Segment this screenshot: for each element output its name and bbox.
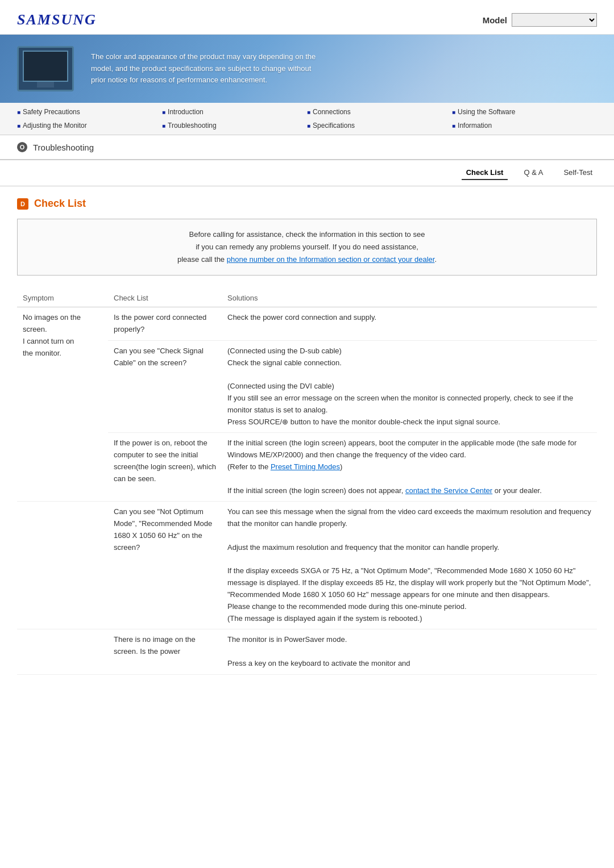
breadcrumb-bar: O Troubleshooting: [0, 135, 614, 160]
nav-using-software[interactable]: ■ Using the Software: [452, 106, 597, 118]
table-row: Can you see "Not Optimum Mode", "Recomme…: [17, 502, 597, 629]
nav-safety-precautions[interactable]: ■ Safety Precautions: [17, 106, 162, 118]
samsung-logo: SAMSUNG: [17, 11, 97, 28]
nav-bullet: ■: [162, 123, 165, 129]
checklist-table: Symptom Check List Solutions No images o…: [17, 289, 597, 675]
main-content: D Check List Before calling for assistan…: [0, 186, 614, 686]
solution-powersaver: The monitor is in PowerSaver mode. Press…: [222, 629, 597, 674]
tab-checklist[interactable]: Check List: [462, 166, 508, 180]
banner-text: The color and appearance of the product …: [91, 51, 318, 86]
nav-bullet: ■: [162, 109, 165, 115]
monitor-stand: [37, 82, 54, 87]
service-center-link[interactable]: contact the Service Center: [405, 486, 492, 495]
page-header: SAMSUNG Model: [0, 0, 614, 35]
nav-bullet: ■: [17, 123, 20, 129]
section-icon: D: [17, 198, 28, 210]
symptom-empty2: [17, 629, 108, 674]
nav-specifications[interactable]: ■ Specifications: [307, 120, 452, 131]
nav-bullet: ■: [452, 123, 455, 129]
nav-bullet: ■: [307, 109, 310, 115]
tab-selftest[interactable]: Self-Test: [559, 166, 597, 180]
nav-bullet: ■: [452, 109, 455, 115]
checklist-reboot: If the power is on, reboot the computer …: [108, 433, 222, 502]
model-select[interactable]: [512, 13, 597, 27]
banner: The color and appearance of the product …: [0, 35, 614, 103]
info-box: Before calling for assistance, check the…: [17, 219, 597, 276]
infobox-text1: Before calling for assistance, check the…: [189, 230, 425, 239]
breadcrumb-label: Troubleshooting: [33, 143, 94, 152]
solution-not-optimum: You can see this message when the signal…: [222, 502, 597, 629]
section-title: D Check List: [17, 198, 597, 210]
table-row: There is no image on the screen. Is the …: [17, 629, 597, 674]
nav-troubleshooting[interactable]: ■ Troubleshooting: [162, 120, 307, 131]
infobox-text2: if you can remedy any problems yourself.…: [196, 243, 418, 251]
section-title-text: Check List: [34, 198, 86, 210]
col-header-symptom: Symptom: [17, 289, 108, 307]
table-row: No images on the screen.I cannot turn on…: [17, 307, 597, 341]
nav-introduction[interactable]: ■ Introduction: [162, 106, 307, 118]
nav-adjusting-monitor[interactable]: ■ Adjusting the Monitor: [17, 120, 162, 131]
infobox-link1[interactable]: phone number on the Information section …: [227, 255, 435, 264]
solution-power-cord: Check the power cord connection and supp…: [222, 307, 597, 341]
monitor-screen: [23, 51, 68, 82]
monitor-image: [17, 46, 74, 91]
solution-reboot: If the initial screen (the login screen)…: [222, 433, 597, 502]
tab-bar: Check List Q & A Self-Test: [0, 160, 614, 186]
model-label: Model: [483, 15, 507, 25]
symptom-empty1: [17, 502, 108, 629]
navigation: ■ Safety Precautions ■ Introduction ■ Co…: [0, 103, 614, 135]
checklist-no-image-power: There is no image on the screen. Is the …: [108, 629, 222, 674]
tab-qanda[interactable]: Q & A: [519, 166, 547, 180]
nav-connections[interactable]: ■ Connections: [307, 106, 452, 118]
checklist-not-optimum: Can you see "Not Optimum Mode", "Recomme…: [108, 502, 222, 629]
nav-bullet: ■: [307, 123, 310, 129]
preset-timing-link[interactable]: Preset Timing Modes: [271, 462, 340, 471]
breadcrumb-icon: O: [17, 142, 27, 152]
infobox-text3: please call the: [177, 255, 227, 264]
col-header-checklist: Check List: [108, 289, 222, 307]
symptom-no-image: No images on the screen.I cannot turn on…: [17, 307, 108, 502]
nav-bullet: ■: [17, 109, 20, 115]
solution-signal-cable: (Connected using the D-sub cable) Check …: [222, 340, 597, 433]
checklist-signal-cable: Can you see "Check Signal Cable" on the …: [108, 340, 222, 433]
checklist-power-cord: Is the power cord connected properly?: [108, 307, 222, 341]
col-header-solutions: Solutions: [222, 289, 597, 307]
infobox-text4: .: [434, 255, 437, 264]
nav-information[interactable]: ■ Information: [452, 120, 597, 131]
model-area: Model: [483, 13, 597, 27]
